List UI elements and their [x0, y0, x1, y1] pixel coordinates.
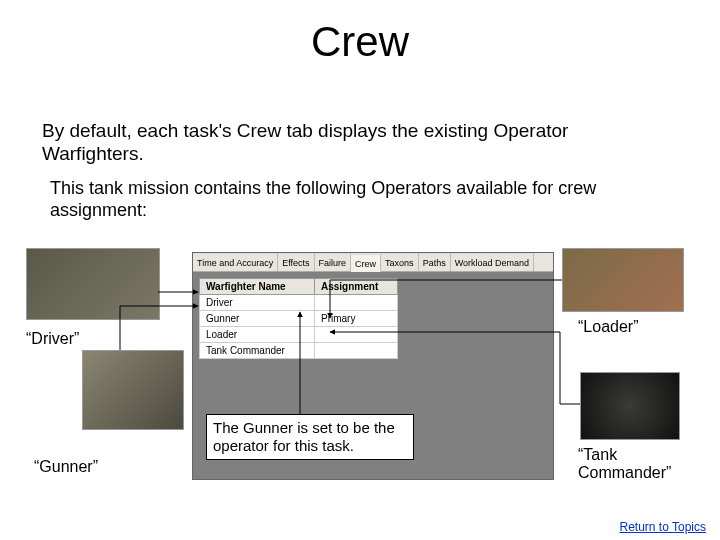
intro-paragraph-1: By default, each task's Crew tab display… — [42, 120, 642, 166]
intro-paragraph-2: This tank mission contains the following… — [50, 178, 650, 221]
caption-gunner: “Gunner” — [34, 458, 98, 476]
tab-taxons[interactable]: Taxons — [381, 253, 419, 271]
table-row[interactable]: Gunner Primary — [200, 311, 398, 327]
photo-driver — [26, 248, 160, 320]
cell-warfighter: Gunner — [200, 311, 315, 327]
cell-assignment — [315, 343, 398, 359]
table-row[interactable]: Tank Commander — [200, 343, 398, 359]
slide-title: Crew — [0, 18, 720, 66]
crew-table-header-name: Warfighter Name — [200, 279, 315, 295]
photo-loader — [562, 248, 684, 312]
callout-gunner-operator: The Gunner is set to be the operator for… — [206, 414, 414, 460]
cell-warfighter: Loader — [200, 327, 315, 343]
crew-table: Warfighter Name Assignment Driver Gunner… — [199, 278, 398, 359]
table-row[interactable]: Driver — [200, 295, 398, 311]
photo-tank-commander — [580, 372, 680, 440]
tab-effects[interactable]: Effects — [278, 253, 314, 271]
tab-strip: Time and Accuracy Effects Failure Crew T… — [193, 253, 553, 272]
caption-driver: “Driver” — [26, 330, 79, 348]
tab-paths[interactable]: Paths — [419, 253, 451, 271]
tab-crew[interactable]: Crew — [351, 254, 381, 272]
cell-assignment: Primary — [315, 311, 398, 327]
crew-table-header-assignment: Assignment — [315, 279, 398, 295]
cell-warfighter: Driver — [200, 295, 315, 311]
tab-time-accuracy[interactable]: Time and Accuracy — [193, 253, 278, 271]
tab-failure[interactable]: Failure — [315, 253, 352, 271]
return-to-topics-link[interactable]: Return to Topics — [620, 520, 707, 534]
caption-tank-commander: “Tank Commander” — [578, 446, 688, 482]
cell-assignment — [315, 295, 398, 311]
caption-loader: “Loader” — [578, 318, 638, 336]
cell-warfighter: Tank Commander — [200, 343, 315, 359]
photo-gunner — [82, 350, 184, 430]
tab-workload-demand[interactable]: Workload Demand — [451, 253, 534, 271]
cell-assignment — [315, 327, 398, 343]
table-row[interactable]: Loader — [200, 327, 398, 343]
